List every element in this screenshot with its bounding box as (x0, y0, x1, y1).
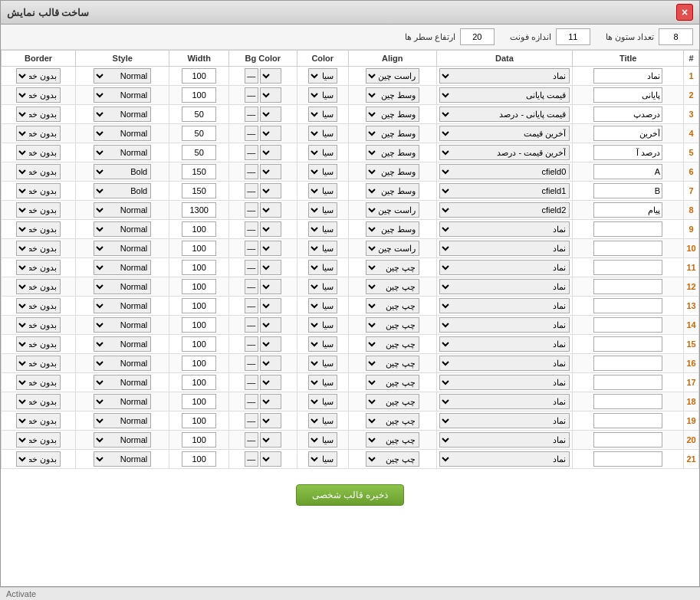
bgcolor-dash-button[interactable]: — (245, 202, 258, 218)
bgcolor-select[interactable] (260, 413, 281, 428)
bgcolor-select[interactable] (260, 145, 281, 160)
data-select[interactable]: نمادقیمت پایانیقیمت پایانی - درصدآخرین ق… (439, 298, 570, 313)
title-input[interactable] (593, 432, 662, 448)
color-select[interactable]: سیاهسفیدقرمزسبزآبی (308, 298, 337, 313)
data-select[interactable]: نمادقیمت پایانیقیمت پایانی - درصدآخرین ق… (439, 68, 570, 84)
bgcolor-select[interactable] (260, 221, 281, 237)
style-select[interactable]: NormalBoldItalic (94, 202, 151, 218)
align-select[interactable]: راست چینوسط چینچپ چین (366, 183, 419, 198)
border-select[interactable]: بدون خطخط کاملخط پایین (16, 451, 61, 467)
data-select[interactable]: نمادقیمت پایانیقیمت پایانی - درصدآخرین ق… (439, 221, 570, 237)
align-select[interactable]: راست چینوسط چینچپ چین (366, 87, 419, 103)
color-select[interactable]: سیاهسفیدقرمزسبزآبی (308, 394, 337, 409)
align-select[interactable]: راست چینوسط چینچپ چین (366, 451, 419, 467)
width-input[interactable] (182, 164, 216, 179)
bgcolor-dash-button[interactable]: — (245, 432, 258, 448)
bgcolor-select[interactable] (260, 241, 281, 256)
align-select[interactable]: راست چینوسط چینچپ چین (366, 68, 419, 84)
width-input[interactable] (182, 221, 216, 237)
width-input[interactable] (182, 432, 216, 448)
style-select[interactable]: NormalBoldItalic (94, 298, 151, 313)
align-select[interactable]: راست چینوسط چینچپ چین (366, 298, 419, 313)
columns-input[interactable] (659, 28, 693, 45)
width-input[interactable] (182, 107, 216, 122)
title-input[interactable] (593, 356, 662, 371)
bgcolor-dash-button[interactable]: — (245, 145, 258, 160)
align-select[interactable]: راست چینوسط چینچپ چین (366, 126, 419, 141)
style-select[interactable]: NormalBoldItalic (94, 356, 151, 371)
width-input[interactable] (182, 260, 216, 275)
font-size-input[interactable] (556, 28, 590, 45)
data-select[interactable]: نمادقیمت پایانیقیمت پایانی - درصدآخرین ق… (439, 126, 570, 141)
bgcolor-dash-button[interactable]: — (245, 107, 258, 122)
width-input[interactable] (182, 394, 216, 409)
width-input[interactable] (182, 241, 216, 256)
data-select[interactable]: نمادقیمت پایانیقیمت پایانی - درصدآخرین ق… (439, 164, 570, 179)
border-select[interactable]: بدون خطخط کاملخط پایین (16, 260, 61, 275)
color-select[interactable]: سیاهسفیدقرمزسبزآبی (308, 241, 337, 256)
data-select[interactable]: نمادقیمت پایانیقیمت پایانی - درصدآخرین ق… (439, 260, 570, 275)
align-select[interactable]: راست چینوسط چینچپ چین (366, 241, 419, 256)
border-select[interactable]: بدون خطخط کاملخط پایین (16, 221, 61, 237)
title-input[interactable] (593, 260, 662, 275)
color-select[interactable]: سیاهسفیدقرمزسبزآبی (308, 145, 337, 160)
title-input[interactable] (593, 87, 662, 103)
bgcolor-dash-button[interactable]: — (245, 183, 258, 198)
align-select[interactable]: راست چینوسط چینچپ چین (366, 413, 419, 428)
save-button[interactable]: ذخیره قالب شخصی (296, 484, 405, 506)
data-select[interactable]: نمادقیمت پایانیقیمت پایانی - درصدآخرین ق… (439, 87, 570, 103)
style-select[interactable]: NormalBoldItalic (94, 241, 151, 256)
bgcolor-select[interactable] (260, 375, 281, 390)
title-input[interactable] (593, 107, 662, 122)
width-input[interactable] (182, 145, 216, 160)
style-select[interactable]: NormalBoldItalic (94, 87, 151, 103)
style-select[interactable]: NormalBoldItalic (94, 68, 151, 84)
width-input[interactable] (182, 298, 216, 313)
color-select[interactable]: سیاهسفیدقرمزسبزآبی (308, 317, 337, 333)
border-select[interactable]: بدون خطخط کاملخط پایین (16, 68, 61, 84)
width-input[interactable] (182, 375, 216, 390)
border-select[interactable]: بدون خطخط کاملخط پایین (16, 164, 61, 179)
color-select[interactable]: سیاهسفیدقرمزسبزآبی (308, 126, 337, 141)
bgcolor-select[interactable] (260, 260, 281, 275)
bgcolor-select[interactable] (260, 68, 281, 84)
color-select[interactable]: سیاهسفیدقرمزسبزآبی (308, 183, 337, 198)
bgcolor-select[interactable] (260, 451, 281, 467)
bgcolor-dash-button[interactable]: — (245, 164, 258, 179)
color-select[interactable]: سیاهسفیدقرمزسبزآبی (308, 432, 337, 448)
bgcolor-dash-button[interactable]: — (245, 298, 258, 313)
border-select[interactable]: بدون خطخط کاملخط پایین (16, 413, 61, 428)
color-select[interactable]: سیاهسفیدقرمزسبزآبی (308, 279, 337, 294)
color-select[interactable]: سیاهسفیدقرمزسبزآبی (308, 260, 337, 275)
bgcolor-dash-button[interactable]: — (245, 221, 258, 237)
style-select[interactable]: NormalBoldItalic (94, 317, 151, 333)
width-input[interactable] (182, 336, 216, 352)
bgcolor-dash-button[interactable]: — (245, 451, 258, 467)
align-select[interactable]: راست چینوسط چینچپ چین (366, 145, 419, 160)
bgcolor-select[interactable] (260, 126, 281, 141)
title-input[interactable] (593, 451, 662, 467)
width-input[interactable] (182, 317, 216, 333)
data-select[interactable]: نمادقیمت پایانیقیمت پایانی - درصدآخرین ق… (439, 317, 570, 333)
data-select[interactable]: نمادقیمت پایانیقیمت پایانی - درصدآخرین ق… (439, 413, 570, 428)
bgcolor-dash-button[interactable]: — (245, 260, 258, 275)
bgcolor-select[interactable] (260, 107, 281, 122)
data-select[interactable]: نمادقیمت پایانیقیمت پایانی - درصدآخرین ق… (439, 279, 570, 294)
bgcolor-dash-button[interactable]: — (245, 336, 258, 352)
align-select[interactable]: راست چینوسط چینچپ چین (366, 107, 419, 122)
bgcolor-select[interactable] (260, 87, 281, 103)
align-select[interactable]: راست چینوسط چینچپ چین (366, 356, 419, 371)
title-input[interactable] (593, 375, 662, 390)
width-input[interactable] (182, 451, 216, 467)
bgcolor-select[interactable] (260, 183, 281, 198)
align-select[interactable]: راست چینوسط چینچپ چین (366, 432, 419, 448)
data-select[interactable]: نمادقیمت پایانیقیمت پایانی - درصدآخرین ق… (439, 375, 570, 390)
style-select[interactable]: NormalBoldItalic (94, 260, 151, 275)
border-select[interactable]: بدون خطخط کاملخط پایین (16, 202, 61, 218)
title-input[interactable] (593, 336, 662, 352)
border-select[interactable]: بدون خطخط کاملخط پایین (16, 336, 61, 352)
style-select[interactable]: NormalBoldItalic (94, 107, 151, 122)
style-select[interactable]: NormalBoldItalic (94, 279, 151, 294)
width-input[interactable] (182, 68, 216, 84)
width-input[interactable] (182, 183, 216, 198)
